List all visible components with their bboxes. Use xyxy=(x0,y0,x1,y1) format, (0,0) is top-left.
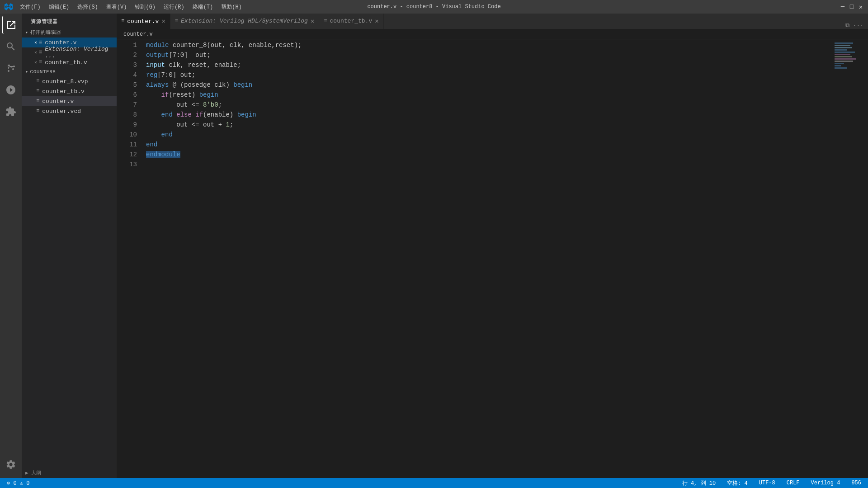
tab-file-icon-2: ≡ xyxy=(175,18,178,24)
breadcrumb-file[interactable]: counter.v xyxy=(123,31,153,38)
code-line-3: input clk, reset, enable; xyxy=(146,60,832,70)
file-counter-vcd[interactable]: ≡ counter.vcd xyxy=(22,106,117,116)
tab-close-3[interactable]: ✕ xyxy=(375,18,378,24)
menu-bar: 文件(F) 编辑(E) 选择(S) 查看(V) 转到(G) 运行(R) 终端(T… xyxy=(16,2,245,12)
line-num-10: 10 xyxy=(123,130,137,140)
debug-icon[interactable] xyxy=(2,81,20,99)
line-ending[interactable]: CRLF xyxy=(784,480,802,486)
activity-bar xyxy=(0,14,22,478)
code-line-2: output[7:0] out; xyxy=(146,50,832,60)
line-num-4: 4 xyxy=(123,70,137,80)
tabs-bar: ≡ counter.v ✕ ≡ Extension: Verilog HDL/S… xyxy=(117,14,868,29)
explorer-icon[interactable] xyxy=(2,16,20,34)
status-bar-left: ⊗ 0 ⚠ 0 xyxy=(5,480,32,487)
close-icon[interactable]: ✕ xyxy=(34,40,37,45)
sidebar: 资源管理器 ▾ 打开的编辑器 ✕ ≡ counter.v ✕ ≡ Extensi… xyxy=(22,14,117,478)
menu-selection[interactable]: 选择(S) xyxy=(74,2,102,12)
tab-extension[interactable]: ≡ Extension: Verilog HDL/SystemVerilog ✕ xyxy=(170,14,320,29)
close-icon-3[interactable]: ✕ xyxy=(34,60,37,65)
code-editor[interactable]: 1 2 3 4 5 6 7 8 9 10 11 12 13 module cou… xyxy=(117,39,868,478)
status-errors[interactable]: ⊗ 0 ⚠ 0 xyxy=(5,480,32,487)
extensions-icon[interactable] xyxy=(2,103,20,121)
tab-label-2: Extension: Verilog HDL/SystemVerilog xyxy=(181,18,308,24)
tab-counter-v[interactable]: ≡ counter.v ✕ xyxy=(117,14,170,29)
line-num-7: 7 xyxy=(123,100,137,110)
line-numbers: 1 2 3 4 5 6 7 8 9 10 11 12 13 xyxy=(117,39,142,478)
file-counter-tb[interactable]: ≡ counter_tb.v xyxy=(22,86,117,96)
menu-file[interactable]: 文件(F) xyxy=(16,2,44,12)
code-line-9: out <= out + 1; xyxy=(146,120,832,130)
tab-label-1: counter.v xyxy=(127,18,159,25)
menu-run[interactable]: 运行(R) xyxy=(160,2,188,12)
file-name-counter-vcd: counter.vcd xyxy=(42,108,81,115)
file-counter-v[interactable]: ≡ counter.v xyxy=(22,96,117,106)
warning-icon: ⚠ xyxy=(20,480,26,487)
menu-view[interactable]: 查看(V) xyxy=(103,2,131,12)
code-line-10: end xyxy=(146,130,832,140)
open-editors-label: 打开的编辑器 xyxy=(30,29,61,36)
close-icon-2[interactable]: ✕ xyxy=(34,50,37,55)
maximize-button[interactable]: □ xyxy=(849,4,854,9)
tab-close-1[interactable]: ✕ xyxy=(161,18,165,24)
window-title: counter.v - counter8 - Visual Studio Cod… xyxy=(367,4,500,10)
tab-counter-tb[interactable]: ≡ counter_tb.v ✕ xyxy=(319,14,383,29)
code-line-11: end xyxy=(146,140,832,150)
file-icon-7: ≡ xyxy=(36,108,39,114)
code-line-12: endmodule xyxy=(146,150,832,160)
menu-terminal[interactable]: 终端(T) xyxy=(189,2,217,12)
chevron-down-icon: ▾ xyxy=(25,30,28,35)
minimize-button[interactable]: ─ xyxy=(840,4,845,9)
line-num-8: 8 xyxy=(123,110,137,120)
large-label[interactable]: ▶ 大纲 xyxy=(25,470,41,476)
close-button[interactable]: ✕ xyxy=(858,4,863,9)
settings-icon[interactable] xyxy=(2,455,20,474)
source-control-icon[interactable] xyxy=(2,59,20,77)
window-controls: ─ □ ✕ xyxy=(840,4,863,9)
line-num-12: 12 xyxy=(123,150,137,160)
line-num-13: 13 xyxy=(123,160,137,169)
line-num-2: 2 xyxy=(123,50,137,60)
tab-file-icon-3: ≡ xyxy=(324,18,327,24)
tab-close-2[interactable]: ✕ xyxy=(311,18,314,24)
open-editors-header[interactable]: ▾ 打开的编辑器 xyxy=(22,27,117,38)
title-bar-left: 文件(F) 编辑(E) 选择(S) 查看(V) 转到(G) 运行(R) 终端(T… xyxy=(5,2,245,12)
file-name-counter8-vvp: counter_8.vvp xyxy=(42,78,88,85)
counter8-folder-header[interactable]: ▾ COUNTER8 xyxy=(22,67,117,76)
file-icon-2: ≡ xyxy=(39,49,42,56)
search-icon[interactable] xyxy=(2,38,20,56)
menu-help[interactable]: 帮助(H) xyxy=(217,2,245,12)
split-editor-icon[interactable]: ⧉ xyxy=(845,22,849,29)
open-editor-name-2: Extension: Verilog ... xyxy=(45,46,113,59)
minimap xyxy=(832,39,868,478)
code-content[interactable]: module counter_8(out, clk, enable,reset)… xyxy=(142,39,832,478)
chevron-down-icon-2: ▾ xyxy=(25,69,28,75)
menu-edit[interactable]: 编辑(E) xyxy=(45,2,73,12)
tab-actions: ⧉ ··· xyxy=(845,22,868,29)
menu-goto[interactable]: 转到(G) xyxy=(131,2,159,12)
bottom-label: ▶ 大纲 xyxy=(22,468,117,478)
indent-spaces[interactable]: 空格: 4 xyxy=(725,479,750,487)
more-actions-icon[interactable]: ··· xyxy=(853,22,863,29)
open-editor-name-1: counter.v xyxy=(45,39,76,46)
tab-label-3: counter_tb.v xyxy=(330,18,373,24)
cursor-position[interactable]: 行 4, 列 10 xyxy=(680,479,718,487)
line-num-9: 9 xyxy=(123,120,137,130)
code-line-4: reg[7:0] out; xyxy=(146,70,832,80)
code-line-6: if(reset) begin xyxy=(146,90,832,100)
tab-file-icon: ≡ xyxy=(121,18,124,24)
code-line-5: always @ (posedge clk) begin xyxy=(146,80,832,90)
breadcrumb: counter.v xyxy=(117,29,868,39)
code-line-1: module counter_8(out, clk, enable,reset)… xyxy=(146,40,832,50)
port-number[interactable]: 956 xyxy=(849,480,863,486)
encoding[interactable]: UTF-8 xyxy=(757,480,778,486)
line-num-6: 6 xyxy=(123,90,137,100)
language-mode[interactable]: Verilog_4 xyxy=(809,480,843,486)
editor-area: ≡ counter.v ✕ ≡ Extension: Verilog HDL/S… xyxy=(117,14,868,478)
status-bar-right: 行 4, 列 10 空格: 4 UTF-8 CRLF Verilog_4 956 xyxy=(680,479,863,487)
vscode-logo xyxy=(5,3,13,11)
code-line-7: out <= 8'b0; xyxy=(146,100,832,110)
file-counter8-vvp[interactable]: ≡ counter_8.vvp xyxy=(22,76,117,86)
file-icon-4: ≡ xyxy=(36,78,39,84)
file-icon-5: ≡ xyxy=(36,88,39,94)
open-editor-extension[interactable]: ✕ ≡ Extension: Verilog ... xyxy=(22,47,117,57)
